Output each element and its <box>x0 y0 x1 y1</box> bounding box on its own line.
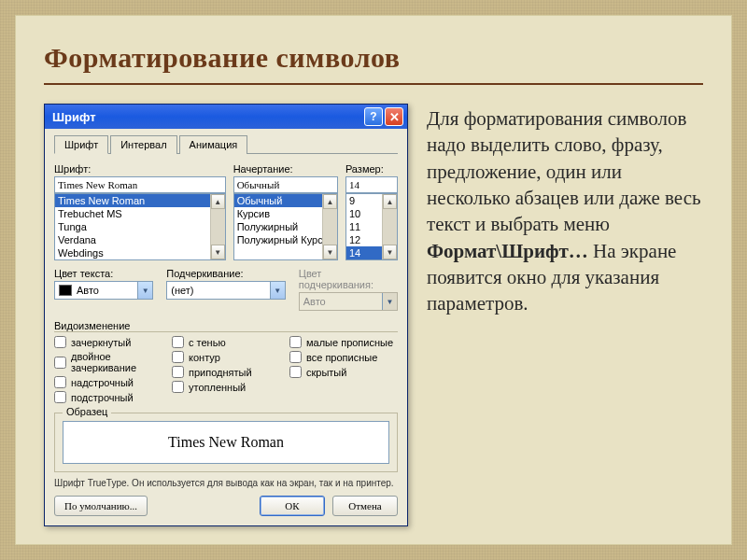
slide-title: Форматирование символов <box>44 42 703 74</box>
slide-paragraph: Для форматирования символов надо выделит… <box>427 104 703 317</box>
chevron-down-icon[interactable]: ▼ <box>137 282 152 299</box>
size-input[interactable] <box>345 176 398 193</box>
list-item[interactable]: Webdings <box>55 246 225 259</box>
checkbox-emboss[interactable]: приподнятый <box>172 366 280 378</box>
font-list[interactable]: Times New Roman Trebuchet MS Tunga Verda… <box>54 193 226 260</box>
scroll-down-icon[interactable]: ▼ <box>211 245 225 259</box>
scroll-down-icon[interactable]: ▼ <box>323 245 337 259</box>
checkbox-strikethrough[interactable]: зачеркнутый <box>54 336 162 348</box>
color-value: Авто <box>77 285 137 296</box>
checkbox-superscript[interactable]: надстрочный <box>54 376 162 388</box>
color-label: Цвет текста: <box>54 268 153 279</box>
list-item[interactable]: Times New Roman <box>55 194 225 207</box>
scroll-up-icon[interactable]: ▲ <box>383 194 397 209</box>
title-rule <box>44 83 703 85</box>
scrollbar[interactable]: ▲▼ <box>210 194 225 259</box>
checkbox-engrave[interactable]: утопленный <box>172 381 280 393</box>
truetype-hint: Шрифт TrueType. Он используется для выво… <box>54 478 398 488</box>
size-label: Размер: <box>345 163 398 175</box>
tab-font[interactable]: Шрифт <box>54 135 108 154</box>
sample-group: Образец Times New Roman <box>54 413 398 472</box>
checkbox-smallcaps[interactable]: малые прописные <box>289 336 398 348</box>
sample-label: Образец <box>63 406 111 417</box>
style-label: Начертание: <box>233 163 338 175</box>
checkbox-subscript[interactable]: подстрочный <box>54 391 162 403</box>
ok-button[interactable]: ОК <box>260 496 325 516</box>
chevron-down-icon[interactable]: ▼ <box>270 282 285 299</box>
scroll-up-icon[interactable]: ▲ <box>211 194 225 209</box>
tab-animation[interactable]: Анимация <box>179 135 248 154</box>
tabs: Шрифт Интервал Анимация <box>54 134 398 154</box>
list-item[interactable]: Tunga <box>55 220 225 233</box>
scrollbar[interactable]: ▲▼ <box>322 194 337 259</box>
underline-combo[interactable]: (нет) ▼ <box>166 281 286 300</box>
checkbox-double-strikethrough[interactable]: двойное зачеркивание <box>54 351 162 373</box>
scroll-up-icon[interactable]: ▲ <box>323 194 337 209</box>
close-button[interactable]: ✕ <box>385 107 403 126</box>
cancel-button[interactable]: Отмена <box>332 496 398 516</box>
dialog-title: Шрифт <box>52 110 96 124</box>
menu-path: Формат\Шрифт… <box>427 240 588 262</box>
underline-color-value: Авто <box>303 296 382 307</box>
checkbox-shadow[interactable]: с тенью <box>172 336 280 348</box>
effects-group: зачеркнутый двойное зачеркивание надстро… <box>54 336 398 403</box>
paragraph-before: Для форматирования символов надо выделит… <box>427 107 701 235</box>
underline-color-combo: Авто ▼ <box>299 292 398 311</box>
scroll-down-icon[interactable]: ▼ <box>383 245 397 259</box>
font-input[interactable] <box>54 176 226 193</box>
font-label: Шрифт: <box>54 163 226 175</box>
scrollbar[interactable]: ▲▼ <box>382 194 397 259</box>
size-list[interactable]: 9 10 11 12 14 ▲▼ <box>345 193 398 260</box>
style-input[interactable] <box>233 176 338 193</box>
underline-label: Подчеркивание: <box>166 268 286 279</box>
tab-interval[interactable]: Интервал <box>110 135 176 154</box>
underline-color-label: Цвет подчеркивания: <box>299 268 398 290</box>
list-item[interactable]: Verdana <box>55 233 225 246</box>
dialog-titlebar[interactable]: Шрифт ? ✕ <box>45 105 407 129</box>
sample-preview: Times New Roman <box>63 421 389 464</box>
color-swatch-icon <box>59 285 72 296</box>
checkbox-outline[interactable]: контур <box>172 351 280 363</box>
underline-value: (нет) <box>171 285 270 296</box>
chevron-down-icon: ▼ <box>382 293 397 310</box>
help-button[interactable]: ? <box>364 107 383 126</box>
list-item[interactable]: Trebuchet MS <box>55 207 225 220</box>
color-combo[interactable]: Авто ▼ <box>54 281 153 300</box>
default-button[interactable]: По умолчанию... <box>54 496 148 516</box>
font-dialog: Шрифт ? ✕ Шрифт Интервал Анимация Шрифт: <box>44 104 408 526</box>
effects-label: Видоизменение <box>54 320 398 332</box>
checkbox-allcaps[interactable]: все прописные <box>289 351 398 363</box>
checkbox-hidden[interactable]: скрытый <box>289 366 398 378</box>
style-list[interactable]: Обычный Курсив Полужирный Полужирный Кур… <box>233 193 338 260</box>
